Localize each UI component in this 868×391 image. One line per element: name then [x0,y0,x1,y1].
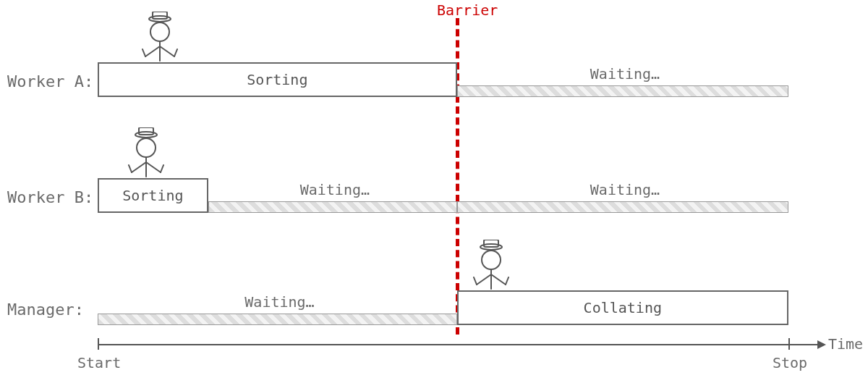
track-label-a: Worker A: [7,72,93,91]
svg-line-20 [477,274,491,285]
segment-label: Sorting [122,187,183,204]
axis-tick-start [98,338,99,350]
svg-line-13 [129,165,132,172]
barrier-label: Barrier [437,1,498,19]
stick-figure-icon [138,12,182,62]
segment-worker-b-waiting-2 [457,201,788,213]
segment-label-waiting: Waiting… [590,181,660,198]
segment-label-waiting: Waiting… [590,65,660,83]
stick-figure-icon [469,240,513,290]
svg-line-21 [474,277,477,285]
segment-worker-b-sorting: Sorting [98,178,208,213]
svg-point-2 [150,22,169,41]
segment-label: Sorting [247,71,307,88]
svg-line-4 [145,46,160,56]
segment-manager-waiting [98,314,457,325]
segment-worker-a-sorting: Sorting [98,62,457,97]
svg-line-6 [160,46,174,56]
axis-tick-stop [788,338,790,350]
track-label-b: Worker B: [7,188,93,206]
svg-line-7 [174,49,177,56]
svg-point-18 [482,251,501,269]
axis-label-start: Start [77,354,121,371]
segment-worker-a-waiting [457,85,788,97]
track-label-m: Manager: [7,300,84,319]
svg-line-22 [491,274,506,285]
axis-label-stop: Stop [773,354,807,371]
svg-point-10 [137,138,156,157]
svg-line-14 [146,162,161,172]
segment-manager-collating: Collating [457,290,788,325]
svg-line-15 [161,165,163,172]
time-axis [98,344,817,345]
axis-title: Time [828,335,863,353]
stick-figure-icon [124,127,168,178]
segment-label: Collating [584,299,662,316]
diagram-root: Barrier Worker A: Worker B: Manager: Sor… [0,0,868,391]
segment-label-waiting: Waiting… [300,181,370,198]
svg-line-5 [142,49,145,56]
svg-line-12 [132,162,146,172]
segment-worker-b-waiting-1 [208,201,457,213]
segment-label-waiting: Waiting… [244,293,314,311]
svg-line-23 [506,277,509,285]
axis-arrow-icon [817,340,826,349]
